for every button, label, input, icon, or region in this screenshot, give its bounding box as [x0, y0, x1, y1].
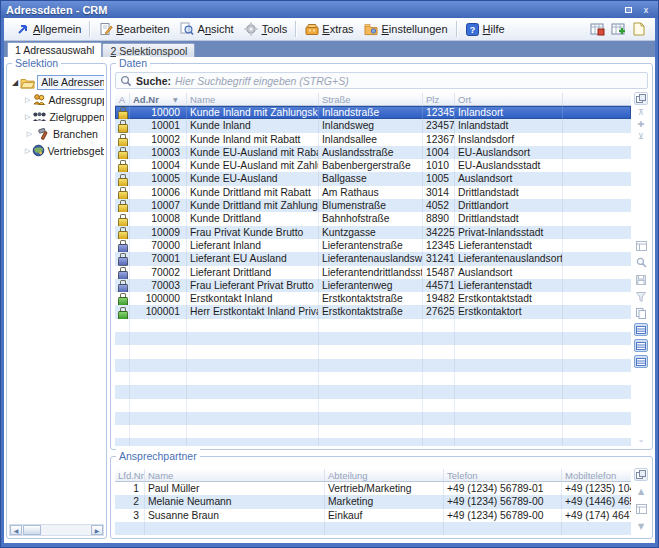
copy-button[interactable] [634, 307, 648, 320]
cell-plz [423, 399, 455, 412]
address-row[interactable]: 10007Kunde Drittland mit Zahlungskonditi… [115, 199, 631, 212]
filter-button[interactable] [634, 290, 648, 303]
scrollbar-thumb[interactable] [23, 525, 41, 535]
new-document-button[interactable] [631, 22, 647, 37]
address-row[interactable]: 70003Frau Lieferant Privat BruttoLiefera… [115, 279, 631, 292]
scroll-right-icon[interactable]: ▶ [91, 525, 103, 535]
menu-einstellungen[interactable]: Einstellungen [359, 20, 453, 39]
contact-row[interactable]: 2Melanie NeumannMarketing+49 (1234) 5678… [115, 495, 631, 508]
col-header-contact-name[interactable]: Name [145, 469, 325, 481]
contact-up-button[interactable]: ▲ [634, 485, 648, 498]
cell-name: Herr Erstkontakt Inland Privat [187, 305, 319, 318]
cell-ort [455, 359, 563, 372]
search-bar[interactable]: Suche: Hier Suchbegriff eingeben (STRG+S… [115, 72, 648, 89]
menu-hilfe[interactable]: ? Hilfe [460, 20, 510, 39]
tree-node-label[interactable]: Zielgruppen [49, 111, 104, 123]
address-row-empty[interactable] [115, 359, 631, 372]
address-row-empty[interactable] [115, 399, 631, 412]
tree-node-label[interactable]: Adressgruppen [48, 94, 104, 106]
address-row-empty[interactable] [115, 385, 631, 398]
col-header-name[interactable]: Name [187, 93, 319, 105]
address-row[interactable]: 100000Erstkontakt InlandErstkontaktstraß… [115, 292, 631, 305]
col-header-strasse[interactable]: Straße [319, 93, 423, 105]
col-header-abteilung[interactable]: Abteilung [325, 469, 444, 481]
address-row-empty[interactable] [115, 438, 631, 446]
col-header-lfdnr[interactable]: Lfd.Nr. [115, 469, 145, 481]
col-header-adnr[interactable]: Ad.Nr▼ [130, 93, 187, 105]
expander-collapsed-icon[interactable]: ▷ [25, 113, 30, 121]
col-header-ort[interactable]: Ort [455, 93, 563, 105]
scroll-left-icon[interactable]: ◀ [10, 525, 22, 535]
contact-down-button[interactable]: ▼ [634, 520, 648, 533]
expander-open-icon[interactable]: ◢ [12, 78, 18, 87]
save-button[interactable] [634, 273, 648, 286]
address-row-empty[interactable] [115, 425, 631, 438]
tab-adressauswahl[interactable]: 1 Adressauswahl [7, 42, 102, 57]
list-view-button-1[interactable] [634, 323, 648, 336]
scroll-last-button[interactable]: ⊻ [634, 130, 648, 143]
tree-node-label[interactable]: Vertriebsgebiete [47, 145, 104, 157]
contact-row[interactable]: 3Susanne BraunEinkauf+49 (1234) 56789-00… [115, 509, 631, 522]
address-row[interactable]: 10000Kunde Inland mit Zahlungskondition … [115, 106, 631, 119]
address-row[interactable]: 10002Kunde Inland mit RabattInlandsallee… [115, 133, 631, 146]
zoom-button[interactable] [634, 256, 648, 269]
contacts-column-chooser-button[interactable] [634, 468, 648, 481]
address-row[interactable]: 10004Kunde EU-Ausland mit Zahlungskondti… [115, 159, 631, 172]
tree-node-label[interactable]: Alle Adressen [37, 75, 104, 90]
address-row[interactable]: 10009Frau Privat Kunde BruttoKuntzgasse3… [115, 226, 631, 239]
tree-node-label[interactable]: Branchen [53, 128, 98, 140]
address-row-empty[interactable] [115, 412, 631, 425]
center-selection-icon: ✚ [638, 120, 645, 129]
address-row[interactable]: 10006Kunde Drittland mit RabattAm Rathau… [115, 186, 631, 199]
tree-node-alle-adressen[interactable]: ◢ Alle Adressen [9, 74, 104, 91]
table-add-button[interactable] [610, 22, 626, 37]
contact-row-empty[interactable] [115, 522, 631, 535]
contact-card-button[interactable] [634, 502, 648, 515]
address-row[interactable]: 10001Kunde InlandInlandsweg23457Inlandst… [115, 119, 631, 132]
green-lock-icon [118, 307, 126, 318]
address-row[interactable]: 70001Lieferant EU AuslandLieferantenausl… [115, 252, 631, 265]
tab-selektionspool[interactable]: 2 Selektionspool [102, 43, 195, 57]
list-view-button-3[interactable] [634, 355, 648, 368]
address-row[interactable]: 10008Kunde DrittlandBahnhofstraße8890Dri… [115, 212, 631, 225]
table-export-button[interactable] [589, 22, 605, 37]
col-header-telefon[interactable]: Telefon [444, 469, 562, 481]
address-row[interactable]: 70002Lieferant DrittlandLieferantendritt… [115, 266, 631, 279]
cell-name [187, 399, 319, 412]
tree-node-adressgruppen[interactable]: ▷ Adressgruppen [9, 91, 104, 108]
go-bottom-button[interactable]: ⌄ [634, 433, 648, 446]
col-header-a[interactable]: A [115, 93, 130, 105]
cell-nr: 70002 [130, 266, 187, 279]
menu-allgemein[interactable]: Allgemein [10, 20, 86, 39]
address-row[interactable]: 70000Lieferant InlandLieferantenstraße12… [115, 239, 631, 252]
col-header-plz[interactable]: Plz [423, 93, 455, 105]
cell-nr [130, 332, 187, 345]
address-row-empty[interactable] [115, 345, 631, 358]
expander-collapsed-icon[interactable]: ▷ [25, 130, 34, 138]
tree-node-vertriebsgebiete[interactable]: ▷ Vertriebsgebiete [9, 142, 104, 159]
list-view-button-2[interactable] [634, 339, 648, 352]
col-header-mobiltelefon[interactable]: Mobiltelefon [562, 469, 631, 481]
address-row-empty[interactable] [115, 372, 631, 385]
address-row-empty[interactable] [115, 319, 631, 332]
contact-row[interactable]: 1Paul MüllerVertrieb/Marketing+49 (1234)… [115, 482, 631, 495]
address-row-empty[interactable] [115, 332, 631, 345]
address-side-toolbar: ⊼ ✚ ⊻ ⌄ [633, 93, 649, 446]
column-chooser-button[interactable] [634, 92, 648, 105]
tree-horizontal-scrollbar[interactable]: ◀ ▶ [9, 524, 104, 536]
close-button[interactable]: x [639, 4, 653, 16]
card-view-button[interactable] [634, 239, 648, 252]
address-row[interactable]: 10005Kunde EU-AuslandBallgasse1005Auslan… [115, 172, 631, 185]
address-row[interactable]: 10003Kunde EU-Ausland mit RabattAuslands… [115, 146, 631, 159]
expander-collapsed-icon[interactable]: ▷ [25, 96, 30, 104]
menu-bearbeiten[interactable]: Bearbeiten [93, 20, 174, 39]
list-view-icon [636, 358, 646, 366]
restore-button[interactable] [621, 4, 635, 16]
menu-tools[interactable]: Tools [239, 20, 293, 39]
menu-ansicht[interactable]: Ansicht [175, 20, 239, 39]
address-row[interactable]: 100001Herr Erstkontakt Inland PrivatErst… [115, 305, 631, 318]
tree-node-zielgruppen[interactable]: ▷ Zielgruppen [9, 108, 104, 125]
menu-extras[interactable]: Extras [299, 20, 358, 39]
tree-node-branchen[interactable]: ▷ Branchen [9, 125, 104, 142]
expander-collapsed-icon[interactable]: ▷ [25, 147, 30, 155]
